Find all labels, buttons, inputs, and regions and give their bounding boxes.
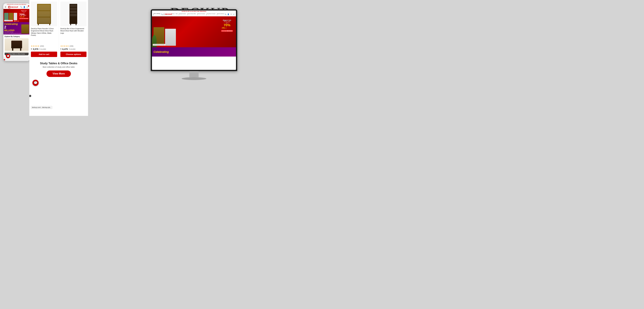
mon-biggest-text: Biggest Sale <box>221 20 233 21</box>
product-2-current-price: 6,479 <box>62 48 68 50</box>
mob-extra-row: + 5% off <box>19 16 28 18</box>
product-1-current-price: 5,579 <box>33 48 38 50</box>
mob-furniture-cabinet <box>9 13 13 20</box>
mobile-logo-text: DECKUP <box>11 6 18 8</box>
leg-right <box>49 24 50 25</box>
mon-search-icon2[interactable]: 🔍 <box>224 14 226 15</box>
mon-catalog-btn[interactable]: View catalog ▾ <box>153 13 161 16</box>
view-more-button[interactable]: View More <box>46 71 71 77</box>
mon-nav-made[interactable]: Made By DeckUp ▾ <box>217 13 224 15</box>
leg-left <box>38 24 39 25</box>
mon-cart-icon[interactable]: 🛒 <box>233 14 235 15</box>
product-1-currency: ₹ <box>31 48 32 50</box>
desk-shape <box>11 41 22 48</box>
product-2-reviews: (156) <box>70 45 74 47</box>
mobile-logo: DECKUP <box>8 6 18 8</box>
hero-dot-2 <box>16 21 16 22</box>
dark-cabinet-shape <box>70 4 77 24</box>
mob-code-bar: Use Code: MEGASALE <box>19 18 28 19</box>
mob-chat-badge: 1 <box>4 59 5 61</box>
product-2-image <box>60 2 87 26</box>
mon-cabinet-white <box>165 29 176 46</box>
hero-dot-4 <box>18 21 19 22</box>
mon-percent: 70% <box>221 24 233 27</box>
mobile-explore: Explore By Category Study Tables & Offic… <box>4 35 30 57</box>
dark-cab-shelf-4 <box>70 14 77 16</box>
mon-free-ship: 🚚 Free Shipping On All Orders <box>153 44 166 46</box>
mon-nav-shop[interactable]: Shop <box>176 13 178 15</box>
hamburger-icon[interactable]: ☰ <box>5 6 6 8</box>
dark-cab-shelf-3 <box>70 11 77 13</box>
mon-promo-bar: EXTRA 5% OFF on all orders Code: MEGASAL… <box>152 11 236 12</box>
monitor-stand-base <box>182 77 206 80</box>
product-card-1: DeckUp Plank Noordin 3-Door Engineered W… <box>29 0 59 59</box>
product-1-title: DeckUp Plank Noordin 3-Door Engineered W… <box>31 28 57 44</box>
mob-plus: + <box>19 16 20 18</box>
mobile-account-icon[interactable]: 👤 <box>23 6 26 8</box>
mob-chat-btn[interactable]: 💬 <box>6 54 10 58</box>
mon-wishlist-icon[interactable]: 🤍 <box>230 14 232 15</box>
product-1-stars: ★★★★★ <box>31 45 40 47</box>
shoe-rack-shape-1 <box>37 4 51 24</box>
mon-nav: View catalog ▾ 🔍 ⬜DECKUP Home Shop Stora… <box>152 12 236 16</box>
mon-search-icon[interactable]: 🔍 <box>161 14 163 15</box>
chat-overlay-badge: 1 <box>29 95 31 97</box>
choose-options-button-2[interactable]: Choose options <box>60 52 87 57</box>
chat-overlay-btn[interactable]: 💬 <box>32 80 38 86</box>
product-2-original-price: ₹ 13,000 <box>69 48 76 50</box>
mon-extra-pct: 5% <box>222 27 225 29</box>
mob-chat-area: 💬 1 <box>4 57 30 61</box>
monitor-inner: EXTRA 5% OFF on all orders Code: MEGASAL… <box>152 11 236 70</box>
mon-extra-off: off <box>225 27 226 29</box>
study-section-subtitle: Best collection of study and office tabl… <box>32 66 86 68</box>
mob-percent: 70% <box>19 13 25 16</box>
mobile-promo-bar: EXTRA 5% OFF on all orders Code: MEGASAL… <box>4 4 30 6</box>
cart-badge-count: 0 <box>28 6 29 7</box>
mon-nav-home[interactable]: Home <box>172 13 175 15</box>
desktop-monitor: EXTRA 5% OFF on all orders Code: MEGASAL… <box>151 9 237 80</box>
mon-extra-row: + 5% off <box>221 27 233 29</box>
mon-hero-text: Biggest Sale Of The Year Up To 70% + 5% … <box>221 20 233 32</box>
mon-nav-living[interactable]: Living Room Furniture ▾ <box>206 13 216 15</box>
mon-hero: Biggest Sale Of The Year Up To 70% + 5% … <box>152 16 236 47</box>
study-section-title: Study Tables & Office Desks <box>32 62 86 65</box>
product-2-price-row: ₹ 6,479 ₹ 13,000 <box>60 48 87 50</box>
mobile-celebration-banner: Celebrating 2 MILLIONS Units Sold & Coun… <box>4 22 30 35</box>
mob-furniture-white <box>14 13 17 20</box>
dark-cab-shelf-1 <box>70 5 77 7</box>
mon-nav-study[interactable]: Study & Home Office ▾ <box>187 13 196 15</box>
product-cards-wrapper: DeckUp Plank Noordin 3-Door Engineered W… <box>29 0 88 116</box>
dark-cab-legs <box>70 24 76 25</box>
mon-logo: ⬜DECKUP <box>163 13 172 15</box>
study-tables-section: Study Tables & Office Desks Best collect… <box>29 59 88 80</box>
mon-plus: + <box>221 27 222 29</box>
hero-dot-1 <box>14 21 15 22</box>
product-card-2: DeckUp Bei 4-Door Engineered Wood Shoe R… <box>59 0 88 59</box>
mon-nav-bedroom[interactable]: Bedroom Furniture ▾ <box>197 13 206 15</box>
product-2-title: DeckUp Bei 4-Door Engineered Wood Shoe R… <box>60 28 87 44</box>
mon-nav-storage[interactable]: Storage Furniture ▾ <box>179 13 186 15</box>
rack-shelf-3 <box>38 18 50 23</box>
mon-sale-year-text: Of The Year <box>221 21 233 23</box>
hero-dot-3 <box>17 21 18 22</box>
product-1-original-price: ₹ 11,000 <box>39 48 46 50</box>
product-1-image <box>31 2 57 26</box>
mob-free-ship: Free Shipping On All Orders <box>4 20 13 21</box>
mob-product-mini <box>21 25 29 34</box>
mobile-category-card[interactable]: Study Tables & Office Desks <box>5 38 28 55</box>
mobile-hero: Biggest Sale Of The Year Up To 70% off +… <box>4 9 30 22</box>
mon-account-icon[interactable]: 👤 <box>227 14 229 15</box>
rack-shelf-2 <box>38 11 50 17</box>
mon-nav-links: Home Shop Storage Furniture ▾ Study & Ho… <box>172 13 224 15</box>
mob-desk-image <box>5 38 28 51</box>
mon-nav-icons: 🔍 👤 🤍 🛒 <box>224 14 235 15</box>
mobile-search-icon[interactable]: 🔍 <box>20 6 22 8</box>
url-tooltip: deckup.com/.../deckup-pla... <box>31 106 52 109</box>
product-1-price-row: ₹ 5,579 ₹ 11,000 <box>31 48 57 50</box>
mobile-cart[interactable]: 🛒 0 <box>26 6 28 8</box>
add-to-cart-button-1[interactable]: Add to cart <box>31 52 57 57</box>
mobile-explore-title: Explore By Category <box>5 36 28 37</box>
mon-code: Use Code: MEGASALE <box>221 30 233 32</box>
mob-pct-row: 70% off <box>19 13 28 16</box>
mobile-hero-dots <box>14 21 19 22</box>
